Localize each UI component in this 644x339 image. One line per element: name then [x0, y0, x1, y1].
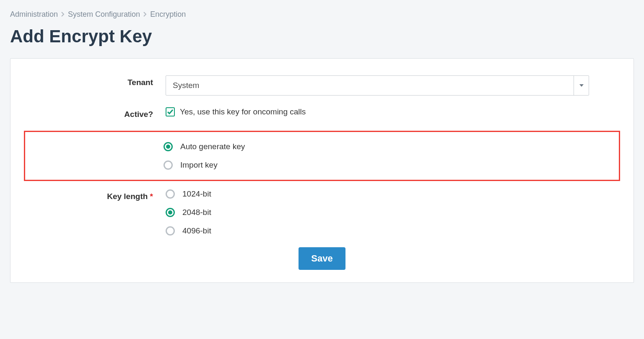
- check-icon: [167, 109, 174, 115]
- tenant-select-value: System: [173, 81, 199, 90]
- radio-4096-bit[interactable]: 4096-bit: [166, 226, 617, 235]
- chevron-right-icon: [61, 11, 65, 18]
- breadcrumb-administration[interactable]: Administration: [10, 10, 58, 19]
- chevron-right-icon: [143, 11, 147, 18]
- radio-icon: [166, 226, 175, 235]
- label-key-length: Key length *: [27, 189, 166, 201]
- radio-2048-bit[interactable]: 2048-bit: [166, 208, 617, 217]
- radio-icon: [164, 160, 173, 170]
- label-key-source: [25, 142, 164, 145]
- radio-import-key[interactable]: Import key: [164, 160, 619, 170]
- active-checkbox[interactable]: [166, 107, 175, 116]
- row-key-length: Key length * 1024-bit 2048-bit 4096-bit: [27, 189, 617, 235]
- radio-icon: [164, 142, 173, 151]
- row-tenant: Tenant System: [27, 75, 617, 96]
- page-title: Add Encrypt Key: [10, 26, 634, 47]
- save-button[interactable]: Save: [299, 247, 345, 270]
- active-checkbox-label: Yes, use this key for oncoming calls: [180, 107, 306, 116]
- row-key-source: Auto generate key Import key: [24, 131, 620, 181]
- radio-label: 2048-bit: [182, 208, 211, 217]
- radio-label: Import key: [180, 160, 218, 170]
- key-length-radio-group: 1024-bit 2048-bit 4096-bit: [166, 189, 617, 235]
- radio-1024-bit[interactable]: 1024-bit: [166, 189, 617, 199]
- chevron-down-icon: [574, 76, 589, 95]
- required-asterisk: *: [150, 192, 153, 201]
- label-tenant: Tenant: [27, 75, 166, 87]
- radio-label: 1024-bit: [182, 189, 211, 199]
- form-actions: Save: [27, 247, 617, 270]
- breadcrumb-encryption[interactable]: Encryption: [150, 10, 186, 19]
- tenant-select[interactable]: System: [166, 75, 589, 96]
- label-active: Active?: [27, 107, 166, 119]
- key-source-radio-group: Auto generate key Import key: [164, 142, 619, 170]
- breadcrumb: Administration System Configuration Encr…: [10, 10, 634, 19]
- row-active: Active? Yes, use this key for oncoming c…: [27, 107, 617, 119]
- radio-label: Auto generate key: [180, 142, 245, 151]
- radio-icon: [166, 208, 175, 217]
- radio-icon: [166, 189, 175, 199]
- radio-label: 4096-bit: [182, 226, 211, 235]
- breadcrumb-system-configuration[interactable]: System Configuration: [68, 10, 140, 19]
- radio-auto-generate[interactable]: Auto generate key: [164, 142, 619, 151]
- form-panel: Tenant System Active?: [10, 58, 634, 283]
